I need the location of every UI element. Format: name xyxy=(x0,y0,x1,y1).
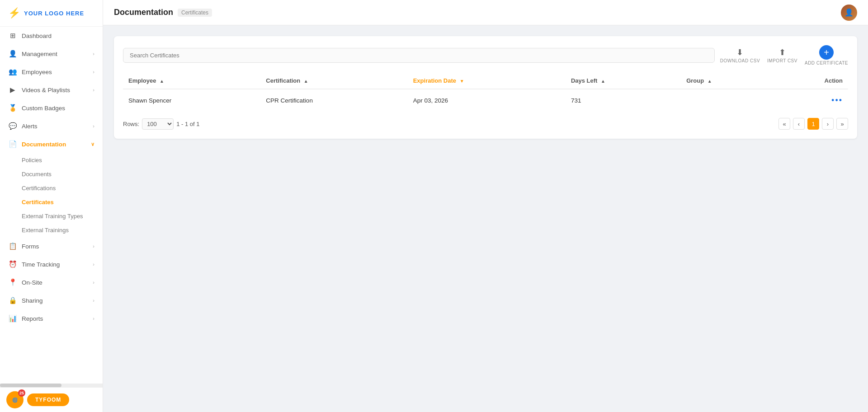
sidebar-item-videos[interactable]: ▶ Videos & Playlists › xyxy=(0,81,103,99)
logo-text: YOUR LOGO HERE xyxy=(24,10,84,17)
col-expiration-date[interactable]: Expiration Date ▼ xyxy=(408,73,566,89)
rows-select: Rows: 10 25 50 100 1 - 1 of 1 xyxy=(123,118,199,130)
videos-icon: ▶ xyxy=(8,85,17,94)
sidebar-item-alerts[interactable]: 💬 Alerts › xyxy=(0,117,103,135)
sidebar-item-label: Videos & Playlists xyxy=(22,87,93,94)
subnav-external-trainings[interactable]: External Trainings xyxy=(0,223,103,237)
subnav-policies[interactable]: Policies xyxy=(0,153,103,167)
cell-employee: Shawn Spencer xyxy=(123,89,260,112)
col-group-label: Group xyxy=(686,77,704,84)
pagination-bar: Rows: 10 25 50 100 1 - 1 of 1 « ‹ 1 › » xyxy=(123,118,848,130)
next-page-button[interactable]: › xyxy=(822,118,834,130)
rows-label: Rows: xyxy=(123,121,139,127)
search-input[interactable] xyxy=(123,48,715,63)
sidebar-item-label: Employees xyxy=(22,69,93,75)
page-title: Documentation xyxy=(114,8,173,17)
sidebar: ⚡ YOUR LOGO HERE ⊞ Dashboard 👤 Managemen… xyxy=(0,0,103,412)
logo-icon: ⚡ xyxy=(8,7,20,19)
col-certification[interactable]: Certification ▲ xyxy=(260,73,407,89)
rows-per-page-select[interactable]: 10 25 50 100 xyxy=(142,118,174,130)
import-icon: ⬆ xyxy=(779,47,786,57)
last-page-button[interactable]: » xyxy=(836,118,848,130)
sort-desc-icon: ▼ xyxy=(460,79,464,84)
tyfoom-badge: 25 xyxy=(18,389,25,397)
sidebar-item-custom-badges[interactable]: 🏅 Custom Badges xyxy=(0,99,103,117)
prev-page-button[interactable]: ‹ xyxy=(793,118,805,130)
on-site-icon: 📍 xyxy=(8,278,17,287)
col-group[interactable]: Group ▲ xyxy=(681,73,774,89)
download-csv-label: DOWNLOAD CSV xyxy=(720,58,760,63)
documentation-subnav: Policies Documents Certifications Certif… xyxy=(0,153,103,237)
cell-days-left: 731 xyxy=(566,89,681,112)
plus-icon: + xyxy=(824,48,829,57)
chevron-right-icon: › xyxy=(93,243,94,249)
sidebar-item-label: Dashboard xyxy=(22,33,94,39)
sidebar-item-forms[interactable]: 📋 Forms › xyxy=(0,237,103,255)
sidebar-item-reports[interactable]: 📊 Reports › xyxy=(0,309,103,328)
breadcrumb: Certificates xyxy=(178,9,212,17)
subnav-certifications[interactable]: Certifications xyxy=(0,181,103,195)
sidebar-item-documentation[interactable]: 📄 Documentation ∨ xyxy=(0,135,103,153)
col-days-left[interactable]: Days Left ▲ xyxy=(566,73,681,89)
tyfoom-logo: 🌀 25 xyxy=(6,391,24,408)
content-card: ⬇ DOWNLOAD CSV ⬆ IMPORT CSV + ADD CERTIF… xyxy=(114,36,857,139)
sidebar-item-sharing[interactable]: 🔒 Sharing › xyxy=(0,291,103,309)
cell-expiration-date: Apr 03, 2026 xyxy=(408,89,566,112)
col-expiration-label: Expiration Date xyxy=(413,77,456,84)
sidebar-item-label: Sharing xyxy=(22,297,93,304)
documentation-icon: 📄 xyxy=(8,140,17,149)
alerts-icon: 💬 xyxy=(8,122,17,131)
topbar: Documentation Certificates 👤 xyxy=(103,0,868,25)
subnav-documents[interactable]: Documents xyxy=(0,167,103,181)
subnav-external-training-types[interactable]: External Training Types xyxy=(0,209,103,223)
avatar[interactable]: 👤 xyxy=(841,5,857,21)
col-employee[interactable]: Employee ▲ xyxy=(123,73,260,89)
chevron-right-icon: › xyxy=(93,69,94,75)
sort-asc-icon: ▲ xyxy=(304,79,308,84)
cell-action: ••• xyxy=(774,89,848,112)
reports-icon: 📊 xyxy=(8,314,17,323)
certificates-table: Employee ▲ Certification ▲ Expiration Da… xyxy=(123,73,848,112)
page-navigation: « ‹ 1 › » xyxy=(778,118,848,130)
import-csv-button[interactable]: ⬆ IMPORT CSV xyxy=(767,47,797,63)
sort-asc-icon: ▲ xyxy=(601,79,605,84)
first-page-button[interactable]: « xyxy=(778,118,790,130)
table-header: Employee ▲ Certification ▲ Expiration Da… xyxy=(123,73,848,89)
sidebar-item-employees[interactable]: 👥 Employees › xyxy=(0,63,103,81)
sidebar-item-label: Time Tracking xyxy=(22,261,93,268)
subnav-certificates[interactable]: Certificates xyxy=(0,195,103,209)
sidebar-logo[interactable]: ⚡ YOUR LOGO HERE xyxy=(0,0,103,27)
sharing-icon: 🔒 xyxy=(8,296,17,305)
sidebar-item-time-tracking[interactable]: ⏰ Time Tracking › xyxy=(0,255,103,273)
sidebar-item-label: Management xyxy=(22,51,93,57)
sidebar-hscrollbar[interactable] xyxy=(0,384,103,387)
sidebar-item-on-site[interactable]: 📍 On-Site › xyxy=(0,273,103,291)
cell-group xyxy=(681,89,774,112)
table-toolbar: ⬇ DOWNLOAD CSV ⬆ IMPORT CSV + ADD CERTIF… xyxy=(123,45,848,66)
sidebar-item-management[interactable]: 👤 Management › xyxy=(0,45,103,63)
col-days-left-label: Days Left xyxy=(571,77,598,84)
sort-asc-icon: ▲ xyxy=(160,79,164,84)
management-icon: 👤 xyxy=(8,49,17,58)
add-certificate-wrap[interactable]: + ADD CERTIFICATE xyxy=(805,45,848,66)
tyfoom-button[interactable]: TYFOOM xyxy=(27,393,69,406)
pagination-range: 1 - 1 of 1 xyxy=(176,121,199,127)
tyfoom-logo-icon: 🌀 xyxy=(12,398,18,403)
content-area: ⬇ DOWNLOAD CSV ⬆ IMPORT CSV + ADD CERTIF… xyxy=(103,25,868,412)
current-page-button[interactable]: 1 xyxy=(807,118,819,130)
col-action-label: Action xyxy=(825,77,843,84)
action-menu-button[interactable]: ••• xyxy=(831,96,843,105)
sidebar-item-dashboard[interactable]: ⊞ Dashboard xyxy=(0,27,103,45)
download-csv-button[interactable]: ⬇ DOWNLOAD CSV xyxy=(720,47,760,63)
table-row: Shawn Spencer CPR Certification Apr 03, … xyxy=(123,89,848,112)
sidebar-item-label: Forms xyxy=(22,243,93,250)
tyfoom-bar[interactable]: 🌀 25 TYFOOM xyxy=(0,387,103,412)
chevron-right-icon: › xyxy=(93,87,94,93)
chevron-down-icon: ∨ xyxy=(91,141,94,147)
add-certificate-button[interactable]: + xyxy=(819,45,834,60)
topbar-left: Documentation Certificates xyxy=(114,8,212,17)
download-icon: ⬇ xyxy=(736,47,743,57)
toolbar-actions: ⬇ DOWNLOAD CSV ⬆ IMPORT CSV + ADD CERTIF… xyxy=(720,45,848,66)
dashboard-icon: ⊞ xyxy=(8,31,17,40)
col-employee-label: Employee xyxy=(128,77,156,84)
